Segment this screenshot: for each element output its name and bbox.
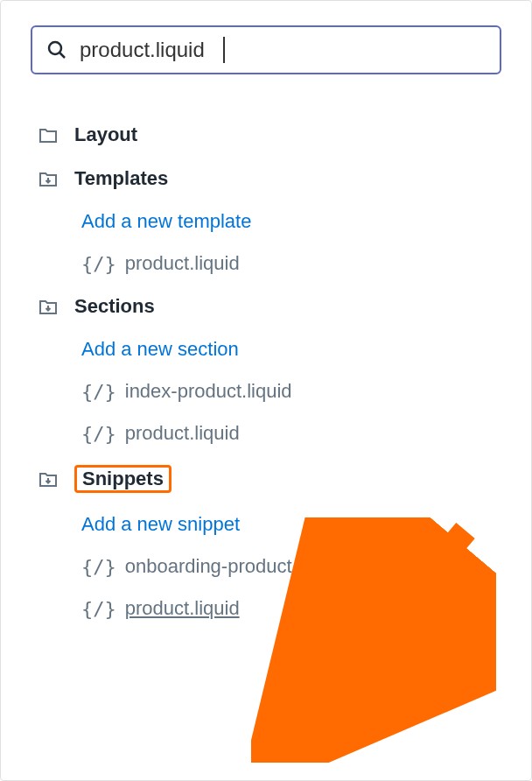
- code-file-icon: {/}: [81, 556, 116, 578]
- search-icon: [46, 39, 67, 60]
- code-file-icon: {/}: [81, 423, 116, 445]
- add-template-link-text: Add a new template: [81, 210, 251, 233]
- text-cursor: [223, 37, 225, 63]
- sections-label: Sections: [74, 295, 155, 318]
- add-snippet-link[interactable]: Add a new snippet: [81, 503, 501, 545]
- category-header-layout[interactable]: Layout: [38, 113, 501, 157]
- category-templates: Templates Add a new template {/} product…: [38, 157, 501, 285]
- category-sections: Sections Add a new section {/} index-pro…: [38, 285, 501, 454]
- file-name: product.liquid: [125, 597, 240, 620]
- code-file-icon: {/}: [81, 598, 116, 620]
- search-input[interactable]: [80, 38, 486, 62]
- annotation-highlight-box: Snippets: [74, 465, 172, 493]
- file-name: index-product.liquid: [125, 380, 292, 403]
- svg-point-0: [49, 42, 61, 54]
- category-header-templates[interactable]: Templates: [38, 157, 501, 201]
- folder-download-icon: [38, 468, 59, 489]
- svg-marker-8: [282, 688, 352, 749]
- file-item[interactable]: {/} onboarding-product.liquid: [81, 545, 501, 588]
- file-item-snippets-product-liquid[interactable]: {/} product.liquid: [81, 588, 501, 630]
- add-snippet-link-text: Add a new snippet: [81, 513, 240, 536]
- file-item[interactable]: {/} product.liquid: [81, 412, 501, 454]
- code-file-icon: {/}: [81, 381, 116, 403]
- category-header-snippets[interactable]: Snippets: [38, 454, 501, 503]
- code-file-icon: {/}: [81, 253, 116, 275]
- search-input-container[interactable]: [31, 25, 501, 74]
- add-template-link[interactable]: Add a new template: [81, 201, 501, 243]
- file-item[interactable]: {/} product.liquid: [81, 243, 501, 285]
- file-name: onboarding-product.liquid: [125, 555, 342, 578]
- category-layout: Layout: [38, 113, 501, 157]
- templates-label: Templates: [74, 167, 168, 190]
- layout-label: Layout: [74, 123, 137, 146]
- file-item[interactable]: {/} index-product.liquid: [81, 370, 501, 412]
- svg-marker-7: [282, 693, 339, 749]
- add-section-link-text: Add a new section: [81, 338, 239, 361]
- folder-icon: [38, 124, 59, 145]
- file-name: product.liquid: [125, 252, 240, 275]
- svg-line-1: [60, 53, 66, 59]
- file-name: product.liquid: [125, 422, 240, 445]
- folder-download-icon: [38, 296, 59, 317]
- category-snippets: Snippets Add a new snippet {/} onboardin…: [38, 454, 501, 630]
- add-section-link[interactable]: Add a new section: [81, 328, 501, 370]
- category-header-sections[interactable]: Sections: [38, 285, 501, 328]
- folder-download-icon: [38, 168, 59, 189]
- snippets-label: Snippets: [82, 468, 164, 489]
